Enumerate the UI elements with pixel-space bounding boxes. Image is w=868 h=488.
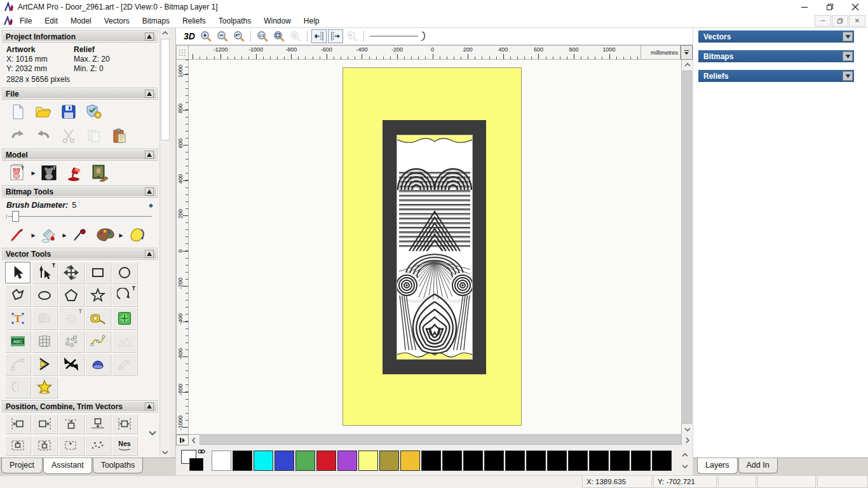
zoom-object-button[interactable] bbox=[288, 29, 303, 43]
scrollbar-thumb[interactable] bbox=[161, 39, 170, 140]
panel-scroll-down-icon[interactable] bbox=[148, 430, 157, 436]
set-lighting-button[interactable] bbox=[62, 163, 87, 183]
align-right-edge-button[interactable] bbox=[32, 414, 57, 433]
new-model-button[interactable] bbox=[5, 102, 31, 122]
paint-bitmap-button[interactable] bbox=[5, 225, 31, 245]
create-polygon-tool[interactable] bbox=[58, 285, 84, 306]
mirror-vectors-tool[interactable] bbox=[5, 376, 31, 398]
fit-arcs-tool[interactable] bbox=[5, 353, 31, 375]
collapse-button[interactable] bbox=[145, 250, 154, 258]
menu-help[interactable]: Help bbox=[297, 15, 326, 27]
align-top-edge-button[interactable] bbox=[58, 414, 84, 433]
restore-button[interactable] bbox=[817, 0, 843, 14]
colour-swatch[interactable] bbox=[484, 451, 504, 471]
scroll-up-button[interactable] bbox=[160, 28, 170, 38]
pan-right-button[interactable] bbox=[328, 29, 343, 43]
paste-centre-tool[interactable] bbox=[112, 308, 137, 329]
scroll-down-button[interactable] bbox=[160, 447, 170, 458]
extrude-tool[interactable] bbox=[85, 353, 111, 375]
tab-project[interactable]: Project bbox=[1, 458, 43, 473]
node-editing-tool[interactable] bbox=[32, 262, 57, 283]
free-relief-tool[interactable] bbox=[112, 330, 137, 352]
scroll-right-button[interactable] bbox=[682, 435, 693, 445]
minimize-button[interactable] bbox=[792, 0, 817, 14]
ruler-units-dropdown[interactable] bbox=[681, 45, 693, 60]
tab-layers[interactable]: Layers bbox=[697, 458, 738, 474]
create-star-tool[interactable] bbox=[85, 285, 111, 306]
colour-swatch[interactable] bbox=[505, 451, 525, 471]
paste-along-curve-button[interactable] bbox=[58, 436, 84, 455]
colour-swatch[interactable] bbox=[295, 451, 315, 471]
scrollbar-thumb[interactable] bbox=[200, 435, 682, 445]
collapse-button[interactable] bbox=[145, 151, 154, 159]
text-block-tool[interactable]: ABC bbox=[5, 330, 31, 352]
zoom-in-button[interactable] bbox=[198, 29, 214, 43]
colour-swatch[interactable] bbox=[526, 451, 546, 471]
zoom-selected-button[interactable] bbox=[344, 29, 360, 43]
panel-header-bitmaps[interactable]: Bitmaps bbox=[698, 50, 854, 62]
copy-button[interactable] bbox=[81, 126, 107, 146]
align-left-edge-button[interactable] bbox=[5, 414, 31, 433]
flyout-arrow-icon[interactable]: ▶ bbox=[31, 170, 36, 176]
collapse-button[interactable] bbox=[145, 187, 154, 196]
dropdown-arrow-button[interactable] bbox=[843, 71, 853, 81]
mdi-close-button[interactable]: ✕ bbox=[849, 15, 865, 27]
colour-swatch[interactable] bbox=[275, 451, 294, 471]
colour-swatch[interactable] bbox=[421, 451, 441, 471]
slider-handle[interactable] bbox=[12, 211, 19, 222]
scroll-up-button[interactable] bbox=[682, 60, 693, 70]
dropdown-arrow-button[interactable] bbox=[843, 51, 853, 61]
canvas-horizontal-scrollbar[interactable] bbox=[189, 435, 693, 445]
colour-swatch[interactable] bbox=[652, 451, 672, 471]
select-vectors-tool[interactable] bbox=[5, 262, 31, 283]
trim-vectors-tool[interactable] bbox=[58, 353, 84, 375]
flyout-arrow-icon[interactable]: ▶ bbox=[118, 233, 124, 238]
left-panel-scrollbar[interactable] bbox=[159, 28, 170, 458]
close-button[interactable] bbox=[843, 0, 868, 14]
align-centre-width-button[interactable] bbox=[112, 414, 137, 433]
scroll-left-button[interactable] bbox=[189, 435, 199, 445]
create-arc-tool[interactable] bbox=[112, 285, 137, 306]
menu-bitmaps[interactable]: Bitmaps bbox=[136, 15, 176, 27]
menu-toolpaths[interactable]: Toolpaths bbox=[212, 15, 257, 27]
align-bottom-edge-button[interactable] bbox=[85, 414, 111, 433]
colour-swatch[interactable] bbox=[547, 451, 567, 471]
paste-button[interactable] bbox=[107, 126, 132, 146]
scroll-down-button[interactable] bbox=[682, 424, 693, 435]
menu-window[interactable]: Window bbox=[257, 15, 297, 27]
tab-add-in[interactable]: Add In bbox=[738, 458, 778, 473]
measure-tool[interactable] bbox=[85, 308, 111, 329]
offset-vectors-tool[interactable] bbox=[32, 376, 57, 398]
colour-swatch[interactable] bbox=[463, 451, 483, 471]
mdi-restore-button[interactable] bbox=[832, 15, 848, 27]
brush-diameter-slider[interactable] bbox=[1, 210, 158, 222]
centre-in-page-button[interactable] bbox=[5, 436, 31, 455]
panel-header-vectors[interactable]: Vectors bbox=[698, 30, 854, 43]
tab-toolpaths[interactable]: Toolpaths bbox=[93, 458, 144, 473]
zoom-slider-button[interactable] bbox=[368, 29, 430, 43]
zoom-scale-button[interactable]: 1:1 bbox=[255, 29, 270, 43]
cut-button[interactable] bbox=[56, 126, 81, 146]
save-model-button[interactable] bbox=[56, 102, 81, 122]
create-rectangle-tool[interactable] bbox=[85, 262, 111, 283]
mdi-minimize-button[interactable]: ─ bbox=[815, 15, 831, 27]
zoom-out-button[interactable] bbox=[215, 29, 230, 43]
colour-swatch[interactable] bbox=[400, 451, 420, 471]
transform-vectors-tool[interactable] bbox=[58, 262, 84, 283]
palette-scroll-down-button[interactable] bbox=[680, 462, 690, 471]
text-on-curve-tool[interactable] bbox=[58, 308, 84, 329]
two-rail-sweep-tool[interactable] bbox=[112, 353, 137, 375]
menu-vectors[interactable]: Vectors bbox=[98, 15, 136, 27]
sketch-model-button[interactable]: T bbox=[5, 163, 31, 183]
colour-swatch[interactable] bbox=[631, 451, 651, 471]
colour-swatch[interactable] bbox=[358, 451, 378, 471]
load-bitmap-button[interactable] bbox=[87, 163, 112, 183]
secondary-colour[interactable] bbox=[189, 458, 203, 471]
colour-swatch[interactable] bbox=[212, 451, 231, 471]
create-ellipse-tool[interactable] bbox=[32, 285, 57, 306]
collapse-button[interactable] bbox=[145, 402, 154, 410]
colour-swatch[interactable] bbox=[589, 451, 609, 471]
flood-fill-tolerance-button[interactable] bbox=[124, 225, 149, 245]
colour-swatch[interactable] bbox=[379, 451, 399, 471]
fit-curve-tool[interactable] bbox=[85, 330, 111, 352]
